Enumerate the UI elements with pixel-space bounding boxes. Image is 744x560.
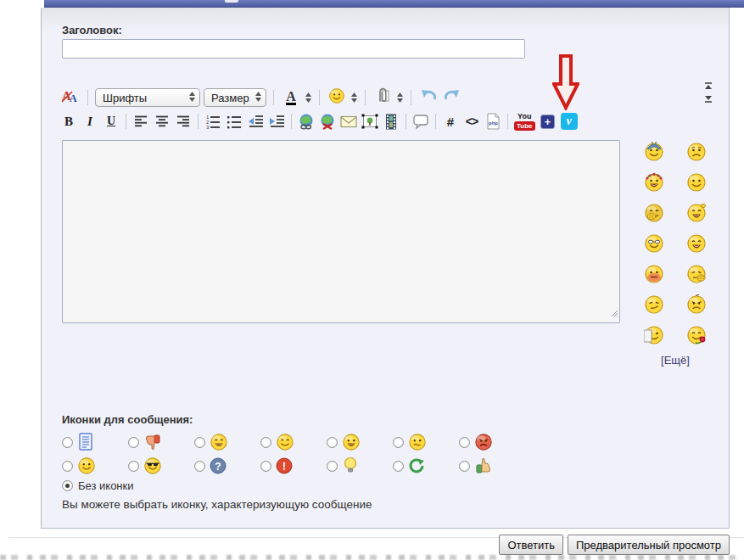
font-color-button[interactable]: A (281, 87, 301, 108)
smiley-winter-hat[interactable] (644, 142, 664, 162)
editor-toolbar-row1: AA Шрифты Размер A (59, 86, 462, 109)
thumb-up-icon (474, 457, 493, 474)
bold-label: B (64, 115, 73, 129)
smiley-rose[interactable] (686, 325, 707, 345)
indent-button[interactable] (266, 111, 287, 132)
youtube-icon: YouTube (514, 112, 535, 131)
bullet-list-button[interactable] (224, 111, 244, 132)
smiley-fig[interactable] (686, 264, 707, 284)
post-editor-page: Заголовок: AA Шрифты Размер A (0, 0, 744, 560)
undo-button[interactable] (418, 87, 439, 108)
message-icon-radio-grin[interactable] (327, 437, 338, 448)
php-button[interactable]: php (483, 111, 503, 132)
italic-button[interactable]: I (80, 111, 100, 132)
align-left-button[interactable] (131, 111, 151, 132)
bold-button[interactable]: B (59, 111, 79, 132)
align-right-button[interactable] (173, 111, 193, 132)
thumb-down-icon (143, 434, 162, 451)
svg-text:3: 3 (206, 125, 210, 129)
stepper-icon[interactable] (305, 91, 312, 104)
message-icon-radio-cool[interactable] (128, 461, 139, 472)
insert-image-button[interactable] (360, 111, 380, 132)
smiley-rofl[interactable] (686, 203, 707, 223)
stepper-icon[interactable] (350, 91, 358, 104)
vimeo-button[interactable]: v (559, 111, 579, 132)
stepper-icon (188, 90, 196, 106)
attachment-plus-button[interactable]: + (538, 111, 558, 132)
title-input[interactable] (62, 39, 525, 59)
toolbar-separator (365, 90, 366, 105)
message-icons-row (62, 432, 525, 452)
message-icon-radio-mad[interactable] (459, 437, 470, 448)
align-center-button[interactable] (152, 111, 172, 132)
smiley-hello[interactable] (644, 203, 664, 223)
smiley-hiding[interactable] (644, 325, 664, 345)
message-icon-radio-confused[interactable] (393, 437, 404, 448)
remove-format-icon: AA (60, 87, 79, 108)
message-icon-radio-thumb-up[interactable] (459, 461, 470, 472)
message-icon-radio-doc[interactable] (62, 437, 73, 448)
forum-header-bar (44, 0, 744, 8)
smiley-glasses[interactable] (644, 233, 664, 254)
stepper-icon[interactable] (396, 91, 404, 104)
toolbar-separator (87, 90, 88, 105)
header-text-fragment (225, 0, 238, 3)
font-select[interactable]: Шрифты (95, 88, 200, 107)
scroll-to-bottom-icon[interactable] (704, 94, 713, 103)
message-icon-radio-smile-closed[interactable] (260, 437, 271, 448)
message-icon-radio-exclaim[interactable] (260, 461, 271, 472)
icon-hint-text: Вы можете выбрать иконку, характеризующу… (62, 498, 372, 511)
form-actions: Ответить Предварительный просмотр (499, 535, 730, 555)
email-button[interactable] (338, 111, 359, 132)
message-icon-radio-thumb-down[interactable] (128, 437, 139, 448)
insert-video-button[interactable] (381, 111, 401, 132)
smiley-laugh[interactable] (686, 233, 707, 254)
message-icon-option-grin (327, 432, 393, 452)
message-icon-radio-idea[interactable] (327, 461, 338, 472)
smiley-worried[interactable] (686, 142, 707, 162)
no-icon-radio[interactable] (62, 480, 73, 491)
reply-button[interactable]: Ответить (499, 535, 563, 555)
scroll-to-top-icon[interactable] (704, 82, 713, 91)
message-icon-option-smile-closed (260, 432, 327, 452)
message-icon-radio-happy[interactable] (62, 461, 73, 472)
smiley-smirk[interactable] (644, 294, 664, 315)
title-label: Заголовок: (62, 24, 122, 36)
message-icon-option-exclaim: ! (260, 456, 327, 476)
paperclip-icon (375, 87, 390, 108)
smiley-dropdown-button[interactable] (327, 87, 347, 108)
mad-icon (474, 433, 493, 451)
no-icon-option: Без иконки (62, 479, 134, 492)
remove-format-button[interactable]: AA (59, 87, 81, 108)
remove-link-button[interactable] (317, 111, 338, 132)
hash-button[interactable]: # (440, 111, 461, 132)
attach-button[interactable] (372, 87, 393, 108)
youtube-button[interactable]: YouTube (512, 111, 537, 132)
redo-button[interactable] (442, 87, 462, 108)
message-editor[interactable] (62, 140, 620, 323)
quote-button[interactable] (411, 111, 431, 132)
page-scroll-controls (704, 82, 713, 103)
ordered-list-button[interactable]: 123 (203, 111, 223, 132)
smiley-blush[interactable] (644, 264, 664, 284)
post-form-panel: Заголовок: AA Шрифты Размер A (41, 8, 730, 529)
smiley-smile[interactable] (686, 172, 707, 193)
message-icon-radio-question[interactable] (194, 461, 205, 472)
insert-link-button[interactable] (296, 111, 316, 132)
message-icon-option-thumb-down (128, 432, 194, 452)
smiley-grumpy[interactable] (686, 294, 707, 315)
message-icon-radio-back[interactable] (393, 461, 404, 472)
code-button[interactable]: <> (462, 111, 482, 132)
preview-button[interactable]: Предварительный просмотр (568, 535, 730, 555)
message-icon-radio-big-laugh[interactable] (194, 437, 205, 448)
svg-text:?: ? (215, 461, 221, 473)
php-icon: php (486, 113, 501, 130)
underline-button[interactable]: U (101, 111, 121, 132)
toolbar-separator (291, 114, 292, 129)
smiley-flowers[interactable] (644, 172, 664, 193)
size-select[interactable]: Размер (204, 88, 266, 107)
more-smileys-link[interactable]: [Ещё] (633, 354, 718, 367)
undo-icon (420, 88, 437, 107)
outdent-button[interactable] (245, 111, 266, 132)
message-icon-option-confused (393, 432, 459, 452)
